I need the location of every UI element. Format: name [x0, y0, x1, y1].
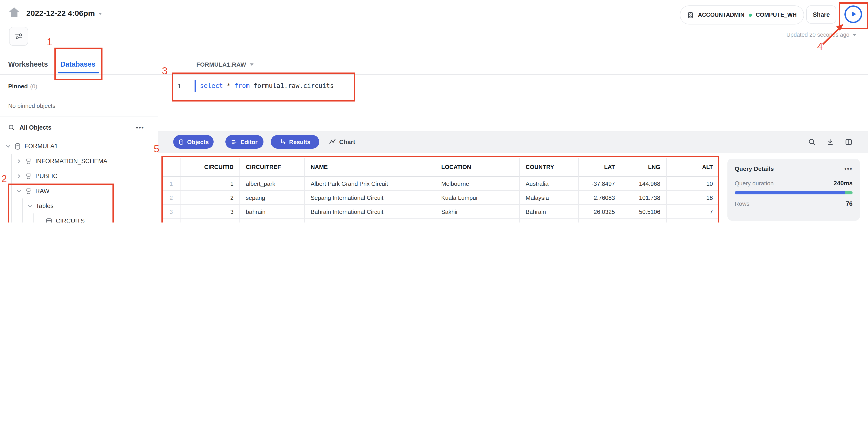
cell-country: Australia: [520, 177, 579, 191]
cell-lat: 26.0325: [579, 205, 621, 219]
cell-alt: 7: [666, 205, 719, 219]
database-icon: [178, 139, 184, 145]
schema-icon: [25, 158, 32, 165]
active-tab-underline: [58, 72, 99, 73]
row-number: 4: [162, 219, 181, 222]
cell-circuitref: albert_park: [240, 177, 305, 191]
tree-item-label: Tables: [36, 203, 54, 209]
query-duration-label: Query duration: [735, 180, 774, 187]
tree-item-circuits[interactable]: CIRCUITS: [0, 213, 157, 222]
cell-location: Montmeló: [435, 219, 520, 222]
search-icon: [8, 124, 15, 131]
cell-name: Albert Park Grand Prix Circuit: [305, 177, 435, 191]
cell-circuitid: 3: [181, 205, 240, 219]
sql-keyword: select: [200, 82, 223, 89]
tab-objects[interactable]: Objects: [173, 135, 214, 149]
cell-circuitref: catalunya: [240, 219, 305, 222]
database-icon: [14, 142, 21, 150]
cell-lng: 144.968: [621, 177, 666, 191]
column-header-lng[interactable]: LNG: [621, 158, 666, 177]
column-header-location[interactable]: LOCATION: [435, 158, 520, 177]
cell-country: Spain: [520, 219, 579, 222]
row-number: 1: [162, 177, 181, 191]
tree-item-public[interactable]: PUBLIC: [0, 169, 157, 183]
cell-lng: 101.738: [621, 191, 666, 205]
cell-name: Bahrain International Circuit: [305, 205, 435, 219]
column-header-alt[interactable]: ALT: [666, 158, 719, 177]
cell-alt: 10: [666, 177, 719, 191]
tree-item-label: CIRCUITS: [56, 217, 85, 222]
sidebar-tab-databases[interactable]: Databases: [60, 60, 95, 68]
tree-item-raw[interactable]: RAW: [0, 183, 157, 199]
column-header-country[interactable]: COUNTRY: [520, 158, 579, 177]
chevron-right-icon: [16, 173, 22, 179]
sql-keyword: from: [235, 82, 250, 89]
annotation-label-1: 1: [47, 37, 52, 47]
pinned-section-label: Pinned(0): [8, 83, 37, 90]
search-results-button[interactable]: [807, 137, 816, 146]
row-number: 2: [162, 191, 181, 205]
column-header-name[interactable]: NAME: [305, 158, 435, 177]
worksheet-title: 2022-12-22 4:06pm: [26, 9, 95, 18]
column-header-circuitid[interactable]: CIRCUITID: [181, 158, 240, 177]
cell-lng: 50.5106: [621, 205, 666, 219]
pinned-count: (0): [30, 83, 37, 90]
query-duration-bar: [735, 191, 852, 195]
sidebar-tab-worksheets[interactable]: Worksheets: [8, 60, 48, 68]
annotation-label-5: 5: [154, 144, 159, 154]
table-row[interactable]: 44catalunyaCircuit de Barcelona-Cataluny…: [162, 219, 719, 222]
table-icon: [45, 217, 53, 222]
download-results-button[interactable]: [825, 137, 834, 146]
chevron-down-icon: [27, 203, 33, 209]
play-icon: [844, 5, 862, 23]
annotation-arrow-4: [816, 21, 849, 49]
table-row[interactable]: 33bahrainBahrain International CircuitSa…: [162, 205, 719, 219]
schema-icon: [25, 172, 32, 180]
tree-item-label: RAW: [35, 187, 50, 195]
table-row[interactable]: 22sepangSepang International CircuitKual…: [162, 191, 719, 205]
editor-context-selector[interactable]: FORMULA1.RAW: [196, 61, 253, 68]
column-header-circuitref[interactable]: CIRCUITREF: [240, 158, 305, 177]
cell-alt: 109: [666, 219, 719, 222]
cell-circuitref: sepang: [240, 191, 305, 205]
cell-circuitref: bahrain: [240, 205, 305, 219]
schema-icon: [25, 187, 32, 195]
query-duration-value: 240ms: [834, 180, 852, 187]
tab-chart[interactable]: Chart: [329, 135, 355, 149]
chevron-down-icon: [250, 63, 253, 66]
query-details-menu-button[interactable]: •••: [844, 165, 852, 172]
all-objects-search[interactable]: All Objects •••: [0, 121, 158, 134]
tab-editor[interactable]: Editor: [225, 135, 264, 149]
chevron-down-icon: [98, 12, 102, 15]
chart-line-icon: [329, 138, 336, 145]
cell-location: Sakhir: [435, 205, 520, 219]
column-header-lat[interactable]: LAT: [579, 158, 621, 177]
pinned-empty-text: No pinned objects: [8, 102, 55, 109]
worksheet-title-dropdown[interactable]: 2022-12-22 4:06pm: [26, 9, 102, 18]
line-number: 1: [177, 82, 181, 90]
role-label: ACCOUNTADMIN: [698, 12, 744, 18]
cell-lat: 2.76083: [579, 191, 621, 205]
cell-lat: 41.57: [579, 219, 621, 222]
sql-editor-line[interactable]: select * from formula1.raw.circuits: [200, 82, 334, 89]
query-details-title: Query Details: [735, 165, 774, 172]
cell-location: Melbourne: [435, 177, 520, 191]
tree-item-formula1[interactable]: FORMULA1: [0, 139, 157, 153]
split-columns-button[interactable]: [844, 137, 853, 146]
annotation-label-3: 3: [162, 66, 167, 76]
filters-button[interactable]: [9, 27, 28, 46]
tree-item-tables[interactable]: Tables: [0, 199, 157, 213]
search-icon: [808, 138, 816, 146]
home-icon[interactable]: [8, 6, 21, 18]
chevron-down-icon: [5, 143, 11, 149]
context-selector[interactable]: ACCOUNTADMIN COMPUTE_WH: [680, 5, 804, 25]
tab-results[interactable]: Results: [271, 135, 319, 149]
row-number: 3: [162, 205, 181, 219]
tree-item-label: PUBLIC: [35, 173, 58, 179]
objects-menu-button[interactable]: •••: [136, 124, 144, 131]
sql-text: *: [223, 82, 235, 89]
return-arrow-icon: [280, 139, 286, 145]
chevron-right-icon: [16, 159, 22, 164]
table-row[interactable]: 11albert_parkAlbert Park Grand Prix Circ…: [162, 177, 719, 191]
tree-item-information_schema[interactable]: INFORMATION_SCHEMA: [0, 153, 157, 169]
